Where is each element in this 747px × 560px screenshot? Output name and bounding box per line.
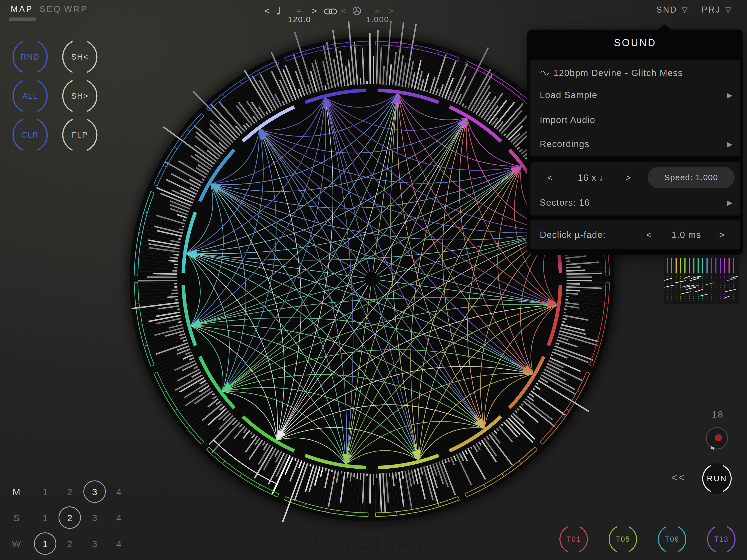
declick-increment-button[interactable]: > bbox=[719, 229, 724, 241]
row-w-option-4[interactable]: 4 bbox=[113, 539, 125, 549]
randomize-label: RND bbox=[21, 52, 40, 61]
clear-label: CLR bbox=[21, 130, 39, 139]
import-audio-item[interactable]: Import Audio bbox=[540, 114, 733, 126]
sound-menu-label: SND bbox=[656, 5, 677, 15]
app-watermark: // SECTOR // bbox=[280, 536, 466, 553]
track-t09-button[interactable]: T09 bbox=[657, 525, 687, 554]
track-t05-label: T05 bbox=[616, 535, 630, 543]
row-s-option-4[interactable]: 4 bbox=[113, 513, 125, 524]
track-t09-label: T09 bbox=[665, 535, 679, 543]
randomize-button[interactable]: RND bbox=[12, 39, 48, 75]
chevron-down-icon: ▽ bbox=[681, 5, 689, 14]
track-t01-button[interactable]: T01 bbox=[559, 525, 588, 554]
minimap-graphic bbox=[664, 256, 739, 304]
current-sample-name: 120bpm Devine - Glitch Mess bbox=[553, 68, 683, 78]
track-t05-button[interactable]: T05 bbox=[608, 525, 638, 554]
panel-notch bbox=[658, 24, 671, 30]
step-counter: 18 bbox=[707, 409, 729, 420]
tempo-decrement-button[interactable]: < bbox=[262, 5, 272, 16]
tempo-link-icon[interactable] bbox=[324, 8, 337, 15]
project-menu-label: PRJ bbox=[702, 5, 721, 15]
sound-panel-sample-section: 120bpm Devine - Glitch Mess Load Sample … bbox=[531, 60, 740, 156]
row-m-option-4[interactable]: 4 bbox=[113, 487, 125, 498]
tab-map-underline bbox=[9, 18, 36, 21]
tempo-increment-button[interactable]: > bbox=[310, 5, 319, 16]
track-t13-label: T13 bbox=[714, 535, 729, 543]
run-button[interactable]: RUN bbox=[702, 463, 732, 494]
load-sample-label: Load Sample bbox=[540, 90, 597, 100]
shift-right-label: SH> bbox=[71, 92, 88, 101]
chevron-down-icon: ▽ bbox=[725, 5, 732, 14]
submenu-arrow-icon: ▶ bbox=[727, 91, 733, 99]
sequence-minimap[interactable] bbox=[664, 256, 739, 304]
track-t13-button[interactable]: T13 bbox=[706, 525, 736, 554]
shift-left-label: SH< bbox=[71, 52, 88, 61]
sound-panel-loop-section: < 16 x ♩ > Speed: 1.000 Sectors: 16 ▶ bbox=[531, 162, 740, 215]
flip-button[interactable]: FLP bbox=[61, 117, 98, 153]
declick-decrement-button[interactable]: < bbox=[646, 229, 651, 241]
sectors-label: Sectors: 16 bbox=[540, 198, 590, 208]
import-audio-label: Import Audio bbox=[540, 115, 595, 125]
row-m-option-1[interactable]: 1 bbox=[39, 487, 51, 498]
loop-increment-button[interactable]: > bbox=[626, 172, 631, 184]
sound-panel: SOUND 120bpm Devine - Glitch Mess Load S… bbox=[527, 29, 743, 255]
record-dot bbox=[715, 434, 722, 441]
declick-value-text: 1.0 ms bbox=[672, 230, 701, 240]
speed-fan-icon bbox=[352, 6, 361, 16]
track-t01-label: T01 bbox=[567, 535, 581, 543]
run-label: RUN bbox=[707, 474, 727, 483]
rewind-button[interactable]: << bbox=[666, 472, 691, 484]
select-all-button[interactable]: ALL bbox=[12, 78, 48, 114]
row-w-option-3[interactable]: 3 bbox=[88, 539, 101, 549]
recordings-label: Recordings bbox=[540, 139, 590, 149]
speed-pill-button[interactable]: Speed: 1.000 bbox=[648, 167, 735, 188]
loop-decrement-button[interactable]: < bbox=[547, 172, 552, 184]
row-w-selection-ring bbox=[34, 532, 56, 555]
quarter-note-icon: ♩ bbox=[274, 5, 284, 17]
sound-menu-button[interactable]: SND ▽ bbox=[656, 5, 689, 15]
row-s-option-1[interactable]: 1 bbox=[39, 513, 51, 524]
row-m-option-2[interactable]: 2 bbox=[64, 487, 76, 498]
wheel-center-hole bbox=[365, 272, 379, 286]
row-m-label: M bbox=[10, 487, 22, 498]
loop-length-value[interactable]: 16 x ♩ bbox=[569, 172, 618, 184]
sound-panel-declick-section: Declick µ-fade: < 1.0 ms > bbox=[531, 221, 740, 249]
row-w-option-2[interactable]: 2 bbox=[64, 539, 76, 549]
project-menu-button[interactable]: PRJ ▽ bbox=[702, 5, 732, 15]
sectors-item[interactable]: Sectors: 16 ▶ bbox=[540, 196, 733, 209]
tab-map[interactable]: MAP bbox=[7, 4, 37, 14]
load-sample-item[interactable]: Load Sample ▶ bbox=[540, 89, 733, 101]
declick-label: Declick µ-fade: bbox=[540, 230, 606, 240]
declick-value[interactable]: 1.0 ms bbox=[664, 229, 708, 241]
select-all-label: ALL bbox=[22, 92, 38, 101]
submenu-arrow-icon: ▶ bbox=[727, 199, 733, 207]
record-knob[interactable] bbox=[705, 426, 729, 450]
clear-button[interactable]: CLR bbox=[12, 117, 48, 153]
loop-length-text: 16 x ♩ bbox=[578, 173, 609, 183]
row-s-option-3[interactable]: 3 bbox=[88, 513, 101, 524]
row-s-selection-ring bbox=[58, 506, 81, 529]
row-s-label: S bbox=[10, 513, 22, 524]
sound-panel-title: SOUND bbox=[527, 37, 743, 49]
row-w-label: W bbox=[10, 539, 22, 549]
tab-wrp[interactable]: WRP bbox=[61, 4, 91, 14]
row-m-selection-ring bbox=[83, 480, 106, 503]
speed-decrement-button[interactable]: < bbox=[339, 5, 349, 16]
flip-label: FLP bbox=[72, 130, 88, 139]
recordings-item[interactable]: Recordings ▶ bbox=[540, 138, 733, 150]
speed-pill-label: Speed: 1.000 bbox=[664, 173, 718, 182]
shift-right-button[interactable]: SH> bbox=[61, 78, 98, 114]
shift-left-button[interactable]: SH< bbox=[61, 39, 98, 75]
submenu-arrow-icon: ▶ bbox=[727, 140, 733, 148]
speed-increment-button[interactable]: > bbox=[386, 5, 396, 16]
current-sample-item[interactable]: 120bpm Devine - Glitch Mess bbox=[540, 67, 733, 79]
sine-wave-icon bbox=[540, 70, 549, 76]
